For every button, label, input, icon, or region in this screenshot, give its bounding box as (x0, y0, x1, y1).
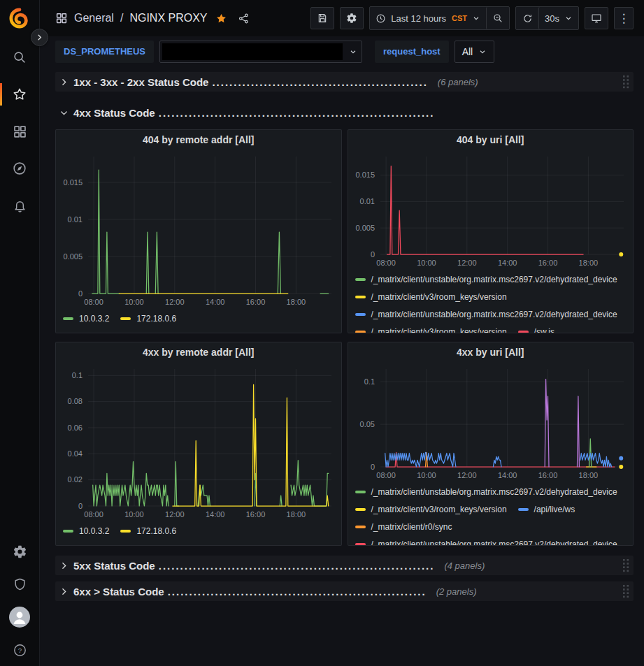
svg-text:18:00: 18:00 (287, 298, 306, 306)
sidebar-item-help[interactable]: ? (0, 641, 39, 659)
legend-series-color (355, 526, 366, 528)
svg-text:10:00: 10:00 (417, 471, 436, 479)
chevron-right-icon (59, 78, 69, 87)
magnifier-minus-icon (492, 13, 503, 24)
legend-item[interactable]: /_matrix/client/v3/room_keys/version (355, 327, 507, 333)
chevron-down-icon (478, 48, 487, 56)
legend-item[interactable]: /api/live/ws (518, 505, 575, 514)
legend-item[interactable]: /_matrix/client/v3/room_keys/version (355, 292, 507, 302)
dashboard-settings-button[interactable] (340, 7, 364, 29)
legend-item[interactable]: /_matrix/client/v3/room_keys/version (355, 505, 507, 514)
dashboards-grid-icon (13, 124, 27, 139)
sidebar-item-search[interactable] (0, 48, 39, 66)
sidebar-item-profile[interactable] (0, 608, 39, 626)
timeseries-chart[interactable]: 00.0050.010.01508:0010:0012:0014:0016:00… (348, 150, 634, 270)
more-options-kebab-button[interactable]: ⋮ (614, 7, 634, 29)
svg-text:12:00: 12:00 (457, 259, 477, 267)
variable-value-request-host[interactable]: All (455, 41, 495, 63)
row-title-dots: ........................................… (168, 586, 427, 598)
row-panel-count: (2 panels) (436, 586, 477, 597)
variable-label-request-host[interactable]: request_host (375, 41, 449, 63)
legend-series-color (518, 331, 529, 333)
legend-series-label: /api/live/ws (534, 505, 575, 514)
variable-value-select[interactable] (159, 41, 362, 63)
tv-kiosk-mode-button[interactable] (585, 7, 608, 29)
breadcrumb-folder[interactable]: General (74, 12, 114, 24)
row-title-dots: ........................................… (212, 76, 427, 88)
sidebar-item-alerting[interactable] (0, 196, 39, 215)
timeseries-chart[interactable]: 00.0050.010.01508:0010:0012:0014:0016:00… (56, 150, 341, 309)
chart-legend: /_matrix/client/unstable/org.matrix.msc2… (348, 270, 634, 333)
refresh-button[interactable] (516, 7, 538, 29)
panel-title[interactable]: 404 by uri [All] (348, 130, 634, 150)
bell-icon (13, 198, 27, 213)
legend-series-label: /_matrix/client/unstable/org.matrix.msc2… (371, 540, 617, 546)
legend-item[interactable]: /_matrix/client/unstable/org.matrix.msc2… (355, 487, 617, 497)
panel-title[interactable]: 4xx by uri [All] (348, 342, 634, 362)
sidebar-nav-bottom: ? (0, 542, 39, 659)
legend-item[interactable]: 172.18.0.6 (120, 526, 176, 536)
sidebar-item-configuration[interactable] (0, 542, 39, 560)
legend-series-color (63, 530, 73, 533)
legend-item[interactable]: 10.0.3.2 (63, 314, 109, 324)
share-icon[interactable] (238, 13, 250, 24)
row-5xx[interactable]: 5xx Status Code ........................… (55, 556, 634, 575)
legend-item[interactable]: 172.18.0.6 (120, 314, 176, 324)
favorite-star-icon[interactable] (215, 13, 227, 24)
variable-label-ds-prometheus[interactable]: DS_PROMETHEUS (55, 41, 154, 63)
legend-item[interactable]: /_matrix/client/unstable/org.matrix.msc2… (355, 310, 617, 319)
redacted-value (162, 43, 343, 60)
legend-series-color (355, 331, 366, 333)
svg-text:0.1: 0.1 (364, 377, 374, 386)
legend-item[interactable]: /_matrix/client/unstable/org.matrix.msc2… (355, 540, 617, 546)
legend-row: 10.0.3.2172.18.0.6 (63, 310, 334, 327)
legend-row: /_matrix/client/v3/room_keys/version/api… (355, 500, 627, 518)
svg-text:14:00: 14:00 (497, 471, 517, 479)
legend-item[interactable]: 10.0.3.2 (63, 526, 109, 536)
sidebar-item-starred[interactable] (0, 85, 39, 103)
timeseries-chart[interactable]: 00.050.108:0010:0012:0014:0016:0018:00 (348, 362, 634, 482)
legend-series-color (355, 508, 366, 511)
timeseries-chart[interactable]: 00.020.040.060.080.108:0010:0012:0014:00… (56, 362, 341, 521)
svg-text:0: 0 (370, 250, 374, 259)
legend-series-color (355, 543, 366, 546)
svg-text:16:00: 16:00 (538, 259, 557, 267)
svg-text:08:00: 08:00 (84, 298, 103, 306)
legend-item[interactable]: /sw.js (518, 327, 554, 333)
drag-handle-icon[interactable] (622, 584, 630, 598)
chart-legend: 10.0.3.2172.18.0.6 (56, 521, 341, 542)
panel-title[interactable]: 404 by remote addr [All] (56, 130, 341, 150)
legend-series-label: 10.0.3.2 (79, 526, 109, 536)
row-title-dots: ........................................… (159, 560, 435, 572)
row-1xx-3xx-2xx[interactable]: 1xx - 3xx - 2xx Status Code ............… (55, 72, 634, 92)
question-circle-icon: ? (13, 643, 27, 658)
legend-series-label: 10.0.3.2 (79, 314, 109, 324)
row-title: 6xx > Status Code (73, 586, 164, 598)
sidebar-expand-toggle[interactable] (31, 29, 48, 46)
drag-handle-icon[interactable] (622, 558, 630, 572)
row-title-dots: ........................................… (159, 107, 435, 119)
svg-text:0.005: 0.005 (355, 224, 375, 232)
grafana-logo-icon[interactable] (9, 8, 30, 29)
svg-text:0.08: 0.08 (68, 397, 83, 405)
row-6xx[interactable]: 6xx > Status Code ......................… (55, 581, 634, 601)
sidebar-item-dashboards[interactable] (0, 122, 39, 140)
time-range-picker[interactable]: Last 12 hours CST (370, 7, 486, 29)
legend-item[interactable]: /_matrix/client/unstable/org.matrix.msc2… (355, 275, 617, 284)
zoom-out-time-button[interactable] (486, 7, 509, 29)
dashboard-title[interactable]: NGINX PROXY (129, 12, 207, 24)
legend-item[interactable]: /_matrix/client/r0/sync (355, 522, 452, 532)
svg-text:?: ? (17, 646, 21, 654)
panel-title[interactable]: 4xx by remote addr [All] (56, 342, 341, 362)
sidebar-item-server-admin[interactable] (0, 575, 39, 593)
svg-text:0.05: 0.05 (359, 420, 374, 428)
save-dashboard-button[interactable] (310, 7, 334, 29)
sidebar-item-explore[interactable] (0, 159, 39, 178)
drag-handle-icon[interactable] (622, 75, 630, 89)
svg-text:14:00: 14:00 (206, 510, 225, 519)
row-4xx[interactable]: 4xx Status Code ........................… (55, 103, 634, 122)
svg-text:10:00: 10:00 (124, 298, 144, 306)
legend-series-label: /_matrix/client/v3/room_keys/version (371, 327, 507, 333)
refresh-interval-picker[interactable]: 30s (538, 7, 578, 29)
panel-404-by-uri: 404 by uri [All] 00.0050.010.01508:0010:… (348, 129, 634, 333)
